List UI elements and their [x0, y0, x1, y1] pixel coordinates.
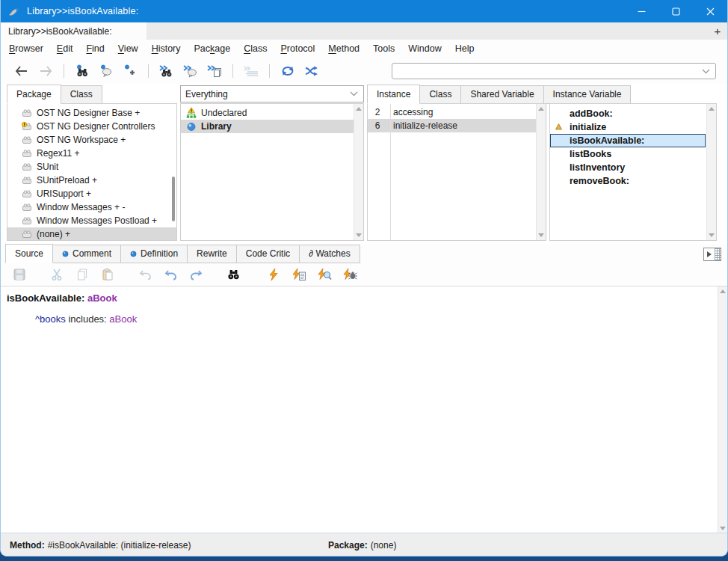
package-item[interactable]: OST NG Workspace + [7, 133, 176, 147]
package-list-scrollbar[interactable] [172, 177, 175, 221]
menu-package[interactable]: Package [188, 41, 238, 56]
package-item[interactable]: OST NG Designer Base + [7, 106, 176, 120]
scroll-up-icon[interactable] [538, 107, 544, 111]
tab-instance[interactable]: Instance [367, 85, 420, 104]
swap-view-button[interactable] [276, 61, 300, 81]
method-history-button[interactable] [239, 61, 263, 81]
method-item[interactable]: listBooks [550, 147, 706, 161]
class-item-selected[interactable]: Library [181, 120, 354, 133]
menu-help[interactable]: Help [448, 41, 481, 56]
menu-find[interactable]: Find [79, 41, 111, 56]
close-button[interactable] [693, 0, 727, 22]
menu-class[interactable]: Class [237, 41, 274, 56]
scroll-up-icon[interactable] [356, 107, 362, 111]
class-filter-combobox[interactable]: Everything [180, 85, 364, 102]
shuffle-view-button[interactable] [300, 61, 324, 81]
tab-code-critic[interactable]: Code Critic [236, 245, 300, 263]
editor-scrollbar[interactable] [718, 286, 727, 533]
menu-tools[interactable]: Tools [366, 41, 401, 56]
debug-button[interactable] [337, 265, 363, 284]
browse-comment-method-button[interactable] [179, 61, 203, 81]
scroll-up-icon[interactable] [720, 289, 726, 293]
chevron-down-icon[interactable] [350, 91, 358, 96]
package-item[interactable]: Regex11 + [7, 147, 176, 160]
protocol-list-scrollbar[interactable] [536, 104, 546, 240]
forward-icon [39, 66, 52, 76]
undo-disabled-button[interactable] [132, 265, 158, 284]
tab-watches[interactable]: ∂ Watches [299, 245, 360, 263]
code-return-expr: ^books [35, 313, 66, 325]
paste-button[interactable] [95, 265, 120, 284]
tab-shared-variable[interactable]: Shared Variable [460, 85, 543, 104]
class-icon [185, 120, 197, 132]
protocol-row[interactable]: 2 accessing [368, 105, 536, 119]
source-editor[interactable]: isBookAvailable: aBook ^books includes: … [1, 286, 727, 533]
package-item[interactable]: SUnitPreload + [7, 174, 176, 187]
new-tab-button[interactable]: + [708, 22, 727, 40]
copy-methods-button[interactable] [203, 61, 226, 81]
method-item[interactable]: removeBook: [550, 174, 706, 188]
save-button[interactable] [7, 265, 32, 284]
tab-source[interactable]: Source [5, 244, 53, 263]
package-item[interactable]: SUnit [7, 160, 176, 174]
tab-class-hierarchy[interactable]: Class [61, 85, 102, 104]
nav-back-button[interactable] [10, 61, 34, 81]
chevron-down-icon[interactable] [702, 69, 710, 74]
document-tab[interactable]: Library>>isBookAvailable: [1, 22, 146, 40]
menu-browser[interactable]: Browser [2, 41, 50, 56]
search-input[interactable] [392, 64, 702, 79]
method-item[interactable]: initialize [550, 120, 706, 134]
display-result-button[interactable] [286, 265, 312, 284]
menu-protocol[interactable]: Protocol [274, 41, 321, 56]
menu-method[interactable]: Method [321, 41, 366, 56]
class-list-scrollbar[interactable] [354, 104, 363, 240]
method-item[interactable]: listInventory [550, 161, 706, 174]
browse-class-button[interactable] [70, 61, 94, 81]
package-item[interactable]: URISupport + [7, 187, 176, 200]
evaluate-button[interactable] [261, 265, 286, 284]
tab-definition[interactable]: Definition [120, 245, 188, 263]
method-list-scrollbar[interactable] [706, 104, 716, 240]
nav-forward-button[interactable] [34, 61, 58, 81]
package-item[interactable]: OST NG Designer Controllers [7, 120, 176, 133]
browse-comment-class-button[interactable] [94, 61, 118, 81]
scroll-down-icon[interactable] [356, 233, 362, 237]
redo-button[interactable] [183, 265, 209, 284]
undo-button[interactable] [158, 265, 183, 284]
code-line-body: ^books includes: aBook [35, 313, 137, 325]
tab-instance-variable[interactable]: Instance Variable [543, 85, 632, 104]
menu-view[interactable]: View [111, 41, 145, 56]
status-package-value: (none) [371, 540, 397, 551]
class-item-undeclared[interactable]: Undeclared [181, 106, 354, 120]
package-item[interactable]: Window Messages Postload + [7, 214, 176, 227]
lightning-icon [268, 268, 280, 281]
method-item[interactable]: addBook: [550, 107, 706, 120]
browse-method-button[interactable] [155, 61, 179, 81]
scroll-down-icon[interactable] [709, 233, 715, 237]
package-list: OST NG Designer Base + OST NG Designer C… [7, 103, 177, 241]
new-class-button[interactable] [118, 61, 142, 81]
package-item[interactable]: Window Messages + - [7, 200, 176, 214]
package-item-selected[interactable]: (none) + [7, 227, 176, 241]
minimize-button[interactable] [624, 0, 658, 22]
protocol-row-selected[interactable]: 6 initialize-release [368, 119, 536, 132]
status-bar: Method: #isBookAvailable: (initialize-re… [1, 533, 727, 557]
tab-class-side[interactable]: Class [419, 85, 461, 104]
menu-history[interactable]: History [145, 41, 188, 56]
search-combobox[interactable] [392, 63, 716, 79]
copy-button[interactable] [70, 265, 95, 284]
method-item-selected[interactable]: isBookAvailable: [550, 134, 706, 147]
maximize-button[interactable] [658, 0, 693, 22]
scroll-down-icon[interactable] [538, 233, 544, 237]
tab-comment[interactable]: Comment [52, 245, 121, 263]
cut-button[interactable] [44, 265, 70, 284]
tab-rewrite[interactable]: Rewrite [187, 245, 237, 263]
scroll-up-icon[interactable] [709, 107, 715, 111]
tab-package[interactable]: Package [7, 85, 61, 104]
menu-window[interactable]: Window [401, 41, 448, 56]
scroll-down-icon[interactable] [720, 527, 726, 530]
inspect-result-button[interactable] [312, 265, 337, 284]
menu-edit[interactable]: Edit [50, 41, 80, 56]
pane-toggle-button[interactable] [703, 248, 721, 261]
find-button[interactable] [220, 265, 246, 284]
